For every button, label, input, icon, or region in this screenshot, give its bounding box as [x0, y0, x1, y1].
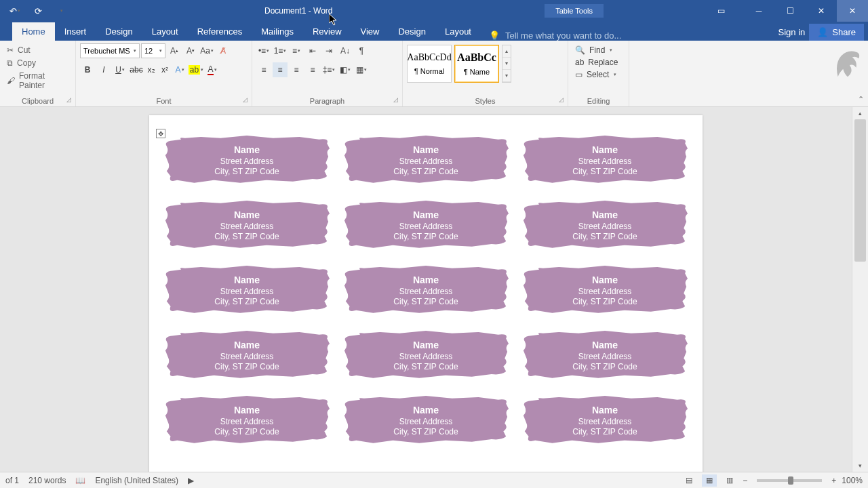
- tab-table-design[interactable]: Design: [389, 22, 435, 41]
- format-painter-button[interactable]: 🖌Format Painter: [4, 70, 71, 91]
- styles-launcher[interactable]: ◿: [557, 96, 565, 104]
- styles-up-button[interactable]: ▴: [502, 45, 511, 58]
- ribbon-display-options-button[interactable]: ▭: [705, 0, 736, 22]
- change-case-button[interactable]: Aa▾: [199, 43, 214, 58]
- web-layout-button[interactable]: ▥: [722, 474, 737, 487]
- find-button[interactable]: 🔍Find▾: [572, 45, 625, 56]
- tell-me-box[interactable]: 💡 Tell me what you want to do...: [481, 30, 778, 41]
- address-label[interactable]: NameStreet AddressCity, ST ZIP Code: [161, 394, 332, 447]
- styles-down-button[interactable]: ▾: [502, 58, 511, 70]
- address-label[interactable]: NameStreet AddressCity, ST ZIP Code: [161, 134, 332, 187]
- page[interactable]: ✥ NameStreet AddressCity, ST ZIP CodeNam…: [149, 115, 703, 472]
- address-label[interactable]: NameStreet AddressCity, ST ZIP Code: [519, 199, 690, 252]
- show-marks-button[interactable]: ¶: [354, 43, 369, 58]
- style-name[interactable]: AaBbCc ¶ Name: [454, 45, 499, 83]
- address-label[interactable]: NameStreet AddressCity, ST ZIP Code: [519, 134, 690, 187]
- align-left-button[interactable]: ≡: [256, 62, 271, 77]
- page-count[interactable]: of 1: [5, 476, 19, 485]
- highlight-button[interactable]: ab▾: [189, 62, 203, 77]
- superscript-button[interactable]: x²: [159, 62, 171, 77]
- font-color-button[interactable]: A▾: [205, 62, 220, 77]
- font-name-combo[interactable]: Trebuchet MS▾: [80, 43, 140, 58]
- styles-more-button[interactable]: ▾: [502, 70, 511, 82]
- address-label[interactable]: NameStreet AddressCity, ST ZIP Code: [340, 134, 511, 187]
- shrink-font-button[interactable]: A▾: [183, 43, 198, 58]
- borders-button[interactable]: ▦▾: [354, 62, 369, 77]
- tab-design[interactable]: Design: [96, 22, 142, 41]
- align-center-button[interactable]: ≡: [273, 62, 288, 77]
- collapse-ribbon-button[interactable]: ⌃: [858, 95, 864, 104]
- font-size-combo[interactable]: 12▾: [141, 43, 165, 58]
- repeat-button[interactable]: ⟳: [28, 3, 47, 19]
- maximize-button[interactable]: ☐: [774, 0, 806, 22]
- strikethrough-button[interactable]: abc: [129, 62, 144, 77]
- clipboard-launcher[interactable]: ◿: [64, 96, 73, 104]
- tab-references[interactable]: References: [188, 22, 252, 41]
- address-label[interactable]: NameStreet AddressCity, ST ZIP Code: [340, 264, 511, 317]
- align-right-button[interactable]: ≡: [289, 62, 304, 77]
- read-mode-button[interactable]: ▤: [682, 474, 696, 487]
- address-label[interactable]: NameStreet AddressCity, ST ZIP Code: [161, 199, 332, 252]
- decrease-indent-button[interactable]: ⇤: [305, 43, 320, 58]
- scroll-down-button[interactable]: ▾: [852, 460, 868, 472]
- tab-table-layout[interactable]: Layout: [435, 22, 481, 41]
- increase-indent-button[interactable]: ⇥: [321, 43, 336, 58]
- text-effects-button[interactable]: A▾: [172, 62, 187, 77]
- underline-button[interactable]: U▾: [113, 62, 127, 77]
- scroll-up-button[interactable]: ▴: [852, 107, 868, 119]
- spellcheck-icon[interactable]: 📖: [75, 476, 85, 485]
- grow-font-button[interactable]: A▴: [167, 43, 182, 58]
- paragraph-launcher[interactable]: ◿: [391, 96, 399, 104]
- document-area[interactable]: ✥ NameStreet AddressCity, ST ZIP CodeNam…: [0, 107, 852, 472]
- print-layout-button[interactable]: ▦: [702, 474, 717, 487]
- tab-layout[interactable]: Layout: [142, 22, 188, 41]
- italic-button[interactable]: I: [96, 62, 111, 77]
- share-button[interactable]: 👤 Share: [809, 24, 864, 41]
- address-label[interactable]: NameStreet AddressCity, ST ZIP Code: [340, 199, 511, 252]
- address-label[interactable]: NameStreet AddressCity, ST ZIP Code: [161, 329, 332, 382]
- macro-icon[interactable]: ▶: [188, 476, 194, 485]
- address-label[interactable]: NameStreet AddressCity, ST ZIP Code: [161, 264, 332, 317]
- close-button[interactable]: ✕: [806, 0, 837, 22]
- bullets-button[interactable]: •≡▾: [256, 43, 271, 58]
- justify-button[interactable]: ≡: [305, 62, 320, 77]
- sort-button[interactable]: A↓: [338, 43, 353, 58]
- minimize-button[interactable]: ─: [743, 0, 774, 22]
- vertical-scrollbar[interactable]: ▴ ▾: [852, 107, 868, 472]
- select-button[interactable]: ▭Select▾: [572, 69, 625, 80]
- styles-gallery-nav[interactable]: ▴ ▾ ▾: [502, 45, 511, 83]
- copy-button[interactable]: ⧉Copy: [4, 58, 71, 68]
- scroll-thumb[interactable]: [854, 119, 866, 262]
- address-label[interactable]: NameStreet AddressCity, ST ZIP Code: [519, 329, 690, 382]
- style-normal[interactable]: AaBbCcDd ¶ Normal: [407, 45, 452, 83]
- address-label[interactable]: NameStreet AddressCity, ST ZIP Code: [519, 394, 690, 447]
- clear-formatting-button[interactable]: A̸: [216, 43, 231, 58]
- tab-review[interactable]: Review: [303, 22, 351, 41]
- sign-in-link[interactable]: Sign in: [778, 27, 806, 37]
- tab-mailings[interactable]: Mailings: [252, 22, 303, 41]
- tab-insert[interactable]: Insert: [55, 22, 96, 41]
- multilevel-button[interactable]: ≡▾: [289, 43, 304, 58]
- numbering-button[interactable]: 1≡▾: [273, 43, 288, 58]
- zoom-slider[interactable]: [757, 479, 822, 482]
- close-button-outer[interactable]: ✕: [837, 0, 868, 22]
- word-count[interactable]: 210 words: [28, 476, 66, 485]
- address-label[interactable]: NameStreet AddressCity, ST ZIP Code: [340, 329, 511, 382]
- tab-home[interactable]: Home: [12, 22, 55, 41]
- zoom-out-button[interactable]: −: [743, 476, 747, 485]
- subscript-button[interactable]: x₂: [145, 62, 157, 77]
- tab-view[interactable]: View: [351, 22, 389, 41]
- address-label[interactable]: NameStreet AddressCity, ST ZIP Code: [519, 264, 690, 317]
- line-spacing-button[interactable]: ‡≡▾: [321, 62, 336, 77]
- shading-button[interactable]: ◧▾: [338, 62, 353, 77]
- bold-button[interactable]: B: [80, 62, 95, 77]
- qat-more-button[interactable]: ▾: [52, 3, 71, 19]
- zoom-in-button[interactable]: +: [831, 476, 836, 485]
- font-launcher[interactable]: ◿: [241, 96, 249, 104]
- undo-button[interactable]: ↶ ▾: [5, 3, 24, 19]
- cut-button[interactable]: ✂Cut: [4, 45, 71, 56]
- replace-button[interactable]: abReplace: [572, 57, 625, 68]
- zoom-level[interactable]: 100%: [842, 476, 863, 485]
- address-label[interactable]: NameStreet AddressCity, ST ZIP Code: [340, 394, 511, 447]
- language-status[interactable]: English (United States): [95, 476, 178, 485]
